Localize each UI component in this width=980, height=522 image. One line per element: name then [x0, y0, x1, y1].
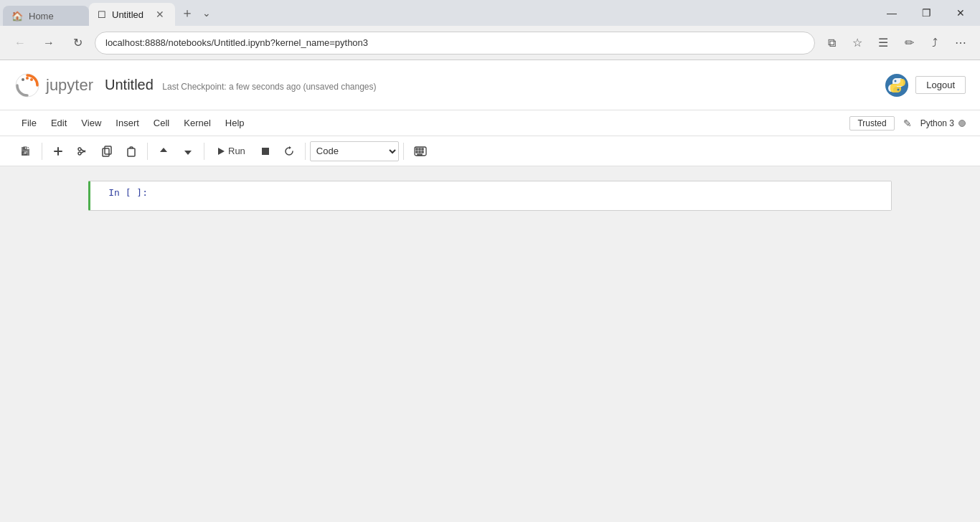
logout-button[interactable]: Logout: [915, 76, 966, 94]
jupyter-header: jupyter Untitled Last Checkpoint: a few …: [0, 60, 980, 110]
forward-button[interactable]: →: [37, 32, 60, 54]
back-button[interactable]: ←: [9, 32, 32, 54]
jupyter-content: jupyter Untitled Last Checkpoint: a few …: [0, 60, 980, 522]
reload-button[interactable]: ↻: [66, 32, 89, 54]
reading-list-button[interactable]: ☰: [872, 32, 894, 54]
stop-icon: [260, 146, 270, 156]
jupyter-logo: jupyter: [14, 72, 93, 98]
tab-close-button[interactable]: ✕: [154, 8, 166, 21]
menu-help[interactable]: Help: [218, 115, 252, 131]
run-button[interactable]: Run: [209, 141, 253, 161]
paste-icon: [126, 146, 137, 157]
minimize-button[interactable]: —: [875, 1, 908, 24]
menu-view[interactable]: View: [74, 115, 108, 131]
svg-rect-11: [105, 146, 111, 154]
svg-point-10: [78, 152, 81, 155]
copy-icon: [101, 146, 113, 157]
arrow-up-icon: [158, 146, 169, 157]
tab-untitled[interactable]: ☐ Untitled ✕: [89, 3, 175, 26]
checkpoint-text: Last Checkpoint: a few seconds ago: [162, 82, 301, 92]
svg-rect-21: [422, 151, 423, 153]
run-icon: [217, 147, 225, 156]
scissors-icon: [77, 146, 88, 157]
svg-rect-22: [418, 154, 422, 156]
kernel-label: Python 3: [920, 118, 954, 128]
home-tab-label: Home: [29, 11, 54, 22]
split-view-button[interactable]: ⧉: [821, 32, 842, 54]
menu-file[interactable]: File: [14, 115, 44, 131]
move-up-button[interactable]: [152, 141, 175, 161]
keyboard-icon: [414, 146, 427, 156]
kernel-info: Python 3: [920, 118, 966, 128]
cell-input: [155, 181, 891, 210]
svg-rect-19: [416, 151, 418, 153]
cell-type-select[interactable]: Code Markdown Raw NBConvert: [310, 141, 399, 161]
tab-home[interactable]: 🏠 Home: [3, 6, 89, 26]
jupyter-menubar: File Edit View Insert Cell Kernel Help T…: [0, 110, 980, 136]
maximize-button[interactable]: ❐: [910, 1, 943, 24]
untitled-tab-icon: ☐: [98, 9, 106, 20]
jupyter-logo-icon: [14, 72, 40, 98]
separator-4: [305, 143, 306, 160]
address-bar: ← → ↻ ⧉ ☆ ☰ ✏ ⤴ ⋯: [0, 26, 980, 60]
jupyter-logo-text: jupyter: [46, 76, 93, 95]
unsaved-text: (unsaved changes): [303, 82, 376, 92]
svg-point-3: [30, 78, 33, 81]
svg-rect-17: [419, 148, 420, 150]
copy-button[interactable]: [95, 141, 118, 161]
restart-button[interactable]: [278, 141, 301, 161]
cell-prompt: In [ ]:: [90, 181, 155, 210]
notebook-title: Untitled: [105, 77, 154, 92]
svg-rect-16: [416, 148, 418, 150]
bookmark-button[interactable]: ☆: [847, 32, 868, 54]
menu-cell[interactable]: Cell: [146, 115, 176, 131]
save-button[interactable]: [14, 141, 37, 161]
tab-list-button[interactable]: ⌄: [199, 4, 214, 22]
svg-point-9: [78, 148, 81, 151]
cut-button[interactable]: [71, 141, 94, 161]
menu-edit[interactable]: Edit: [44, 115, 74, 131]
more-button[interactable]: ⋯: [950, 32, 971, 54]
cell-container[interactable]: In [ ]:: [88, 181, 892, 211]
menu-kernel[interactable]: Kernel: [176, 115, 218, 131]
restart-icon: [283, 146, 295, 157]
move-down-button[interactable]: [176, 141, 199, 161]
browser-actions: ⧉ ☆ ☰ ✏ ⤴ ⋯: [821, 32, 971, 54]
url-input[interactable]: [95, 32, 815, 54]
tab-group: 🏠 Home ☐ Untitled ✕: [3, 0, 175, 26]
keyboard-shortcuts-button[interactable]: [408, 141, 433, 161]
new-tab-button[interactable]: ＋: [175, 1, 199, 24]
close-button[interactable]: ✕: [944, 1, 977, 24]
share-button[interactable]: ⤴: [924, 32, 946, 54]
separator-5: [403, 143, 404, 160]
svg-point-5: [895, 80, 897, 82]
notebook-area: In [ ]:: [0, 166, 980, 225]
svg-rect-18: [422, 148, 423, 150]
jupyter-toolbar: Run Code Markdown Raw NBConvert: [0, 136, 980, 166]
svg-point-1: [22, 78, 24, 81]
window-controls: — ❐ ✕: [875, 1, 977, 24]
add-cell-button[interactable]: [47, 141, 70, 161]
untitled-tab-label: Untitled: [112, 9, 143, 20]
separator-2: [147, 143, 148, 160]
checkpoint-info: Last Checkpoint: a few seconds ago (unsa…: [162, 82, 376, 92]
arrow-down-icon: [182, 146, 194, 157]
svg-rect-13: [128, 148, 135, 156]
run-label: Run: [228, 146, 245, 156]
separator-3: [204, 143, 204, 160]
menu-insert[interactable]: Insert: [108, 115, 146, 131]
pen-button[interactable]: ✏: [898, 32, 920, 54]
paste-button[interactable]: [120, 141, 143, 161]
svg-point-6: [897, 88, 900, 90]
stop-button[interactable]: [255, 141, 276, 161]
svg-point-2: [26, 77, 29, 80]
svg-rect-14: [262, 148, 269, 155]
python-logo-icon: [884, 72, 910, 98]
tab-bar: 🏠 Home ☐ Untitled ✕ ＋ ⌄ — ❐ ✕: [0, 0, 980, 26]
save-icon: [20, 146, 32, 157]
edit-mode-button[interactable]: ✎: [899, 116, 916, 130]
trusted-button[interactable]: Trusted: [849, 116, 894, 130]
cell-editor[interactable]: [158, 186, 888, 203]
separator-1: [42, 143, 42, 160]
notebook-title-area: Untitled Last Checkpoint: a few seconds …: [105, 77, 376, 93]
